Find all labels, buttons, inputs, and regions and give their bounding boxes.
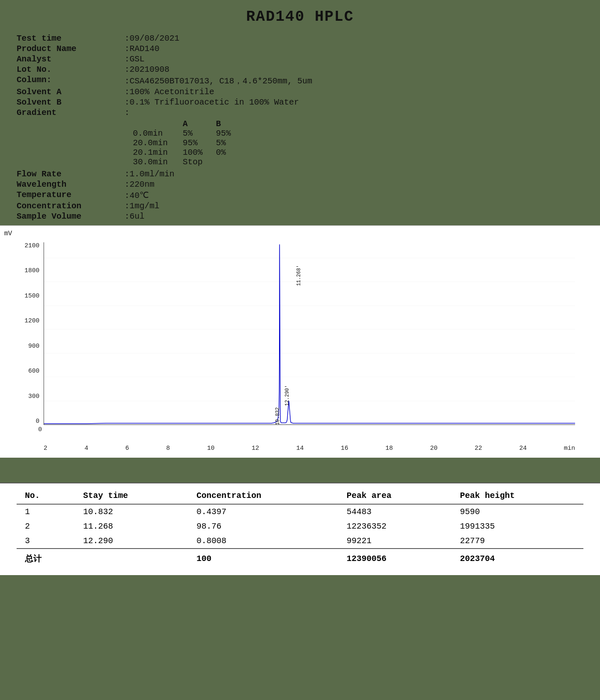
x-label-22: 22 bbox=[475, 445, 482, 452]
x-label-20: 20 bbox=[430, 445, 438, 452]
result-total-row: 总计 100 12390056 2023704 bbox=[17, 549, 583, 567]
temperature-label: Temperature bbox=[17, 190, 125, 200]
analyst-row: Analyst :GSL bbox=[17, 54, 583, 64]
gradient-table: A B 0.0min 5% 95% 20.0min 95% 5% 20.1m bbox=[133, 119, 583, 167]
x-unit-label: min bbox=[564, 445, 575, 452]
y-label-300: 300 bbox=[21, 393, 39, 400]
col-header-concentration: Concentration bbox=[188, 488, 338, 504]
flow-rate-row: Flow Rate :1.0ml/min bbox=[17, 169, 583, 179]
analyst-value: :GSL bbox=[125, 54, 144, 64]
sample-volume-label: Sample Volume bbox=[17, 212, 125, 221]
column-row: Column: :CSA46250BT017013, C18，4.6*250mm… bbox=[17, 75, 583, 86]
total-peak-area: 12390056 bbox=[338, 549, 452, 567]
gradient-time-0: 0.0min bbox=[133, 129, 183, 138]
result-peak-height-3: 22779 bbox=[452, 534, 583, 549]
wavelength-row: Wavelength :220nm bbox=[17, 180, 583, 189]
results-header-row: No. Stay time Concentration Peak area Pe… bbox=[17, 488, 583, 504]
gradient-row-3: 30.0min Stop bbox=[133, 157, 249, 167]
test-time-value: :09/08/2021 bbox=[125, 34, 179, 43]
result-concentration-2: 98.76 bbox=[188, 519, 338, 534]
x-label-2: 2 bbox=[44, 445, 47, 452]
gradient-time-2: 20.1min bbox=[133, 148, 183, 157]
result-no-1: 1 bbox=[17, 504, 75, 519]
chart-zero-label: 0 bbox=[38, 426, 42, 433]
gradient-stop-3: Stop bbox=[183, 157, 249, 167]
y-label-1500: 1500 bbox=[21, 293, 39, 300]
result-peak-height-1: 9590 bbox=[452, 504, 583, 519]
gradient-b-2: 0% bbox=[216, 148, 249, 157]
y-axis-labels: 0 300 600 900 1200 1500 1800 2100 bbox=[21, 242, 39, 425]
solvent-b-value: :0.1% Trifluoroacetic in 100% Water bbox=[125, 98, 299, 107]
result-stay-time-1: 10.832 bbox=[75, 504, 188, 519]
gradient-b-1: 5% bbox=[216, 138, 249, 148]
lot-no-label: Lot No. bbox=[17, 65, 125, 74]
flow-rate-label: Flow Rate bbox=[17, 169, 125, 179]
chromatogram-line bbox=[44, 244, 575, 424]
peak-label-10832: 10.832 bbox=[275, 407, 281, 424]
result-peak-area-2: 12236352 bbox=[338, 519, 452, 534]
x-label-8: 8 bbox=[166, 445, 170, 452]
analyst-label: Analyst bbox=[17, 54, 125, 64]
lot-no-row: Lot No. :20210908 bbox=[17, 65, 583, 74]
y-label-600: 600 bbox=[21, 368, 39, 375]
product-name-label: Product Name bbox=[17, 44, 125, 54]
solvent-a-row: Solvent A :100% Acetonitrile bbox=[17, 87, 583, 97]
solvent-a-value: :100% Acetonitrile bbox=[125, 87, 214, 97]
x-label-24: 24 bbox=[519, 445, 527, 452]
test-time-row: Test time :09/08/2021 bbox=[17, 34, 583, 43]
chart-section: mV 0 300 600 900 1200 1500 1800 2100 bbox=[0, 225, 600, 458]
info-grid: Test time :09/08/2021 Product Name :RAD1… bbox=[17, 34, 583, 221]
y-label-2100: 2100 bbox=[21, 242, 39, 249]
result-row-2: 2 11.268 98.76 12236352 1991335 bbox=[17, 519, 583, 534]
wavelength-label: Wavelength bbox=[17, 180, 125, 189]
chart-y-unit: mV bbox=[4, 230, 12, 237]
temperature-value: :40℃ bbox=[125, 190, 149, 200]
y-label-0: 0 bbox=[21, 418, 39, 425]
y-label-1200: 1200 bbox=[21, 317, 39, 324]
col-header-no: No. bbox=[17, 488, 75, 504]
x-label-10: 10 bbox=[207, 445, 215, 452]
result-no-2: 2 bbox=[17, 519, 75, 534]
result-peak-height-2: 1991335 bbox=[452, 519, 583, 534]
gradient-col-a: A bbox=[183, 119, 216, 129]
col-header-peak-area: Peak area bbox=[338, 488, 452, 504]
flow-rate-value: :1.0ml/min bbox=[125, 169, 174, 179]
gradient-a-0: 5% bbox=[183, 129, 216, 138]
hplc-chart-svg: 10.832 11.268' 12.290' bbox=[44, 242, 575, 424]
product-name-value: :RAD140 bbox=[125, 44, 159, 54]
col-header-peak-height: Peak height bbox=[452, 488, 583, 504]
peak-label-11268: 11.268' bbox=[296, 265, 302, 286]
result-row-1: 1 10.832 0.4397 54483 9590 bbox=[17, 504, 583, 519]
solvent-b-label: Solvent B bbox=[17, 98, 125, 107]
column-label: Column: bbox=[17, 75, 125, 85]
concentration-value: :1mg/ml bbox=[125, 201, 159, 211]
temperature-row: Temperature :40℃ bbox=[17, 190, 583, 200]
gradient-time-1: 20.0min bbox=[133, 138, 183, 148]
concentration-row: Concentration :1mg/ml bbox=[17, 201, 583, 211]
y-label-900: 900 bbox=[21, 343, 39, 350]
gradient-row-1: 20.0min 95% 5% bbox=[133, 138, 249, 148]
column-value: :CSA46250BT017013, C18，4.6*250mm, 5um bbox=[125, 75, 312, 86]
x-axis-labels: 2 4 6 8 10 12 14 16 18 20 22 24 min bbox=[44, 445, 575, 452]
gradient-row-2: 20.1min 100% 0% bbox=[133, 148, 249, 157]
chart-area: 0 300 600 900 1200 1500 1800 2100 bbox=[21, 242, 585, 441]
x-label-12: 12 bbox=[252, 445, 259, 452]
results-section: No. Stay time Concentration Peak area Pe… bbox=[0, 483, 600, 575]
result-concentration-1: 0.4397 bbox=[188, 504, 338, 519]
gradient-a-2: 100% bbox=[183, 148, 216, 157]
gradient-a-1: 95% bbox=[183, 138, 216, 148]
x-label-18: 18 bbox=[385, 445, 393, 452]
product-name-row: Product Name :RAD140 bbox=[17, 44, 583, 54]
chart-plot: 10.832 11.268' 12.290' bbox=[44, 242, 575, 425]
col-header-stay-time: Stay time bbox=[75, 488, 188, 504]
gradient-row-0: 0.0min 5% 95% bbox=[133, 129, 249, 138]
result-stay-time-2: 11.268 bbox=[75, 519, 188, 534]
gradient-label: Gradient bbox=[17, 108, 125, 117]
sample-volume-value: :6ul bbox=[125, 212, 144, 221]
result-no-3: 3 bbox=[17, 534, 75, 549]
x-label-14: 14 bbox=[296, 445, 304, 452]
solvent-b-row: Solvent B :0.1% Trifluoroacetic in 100% … bbox=[17, 98, 583, 107]
header-section: RAD140 HPLC Test time :09/08/2021 Produc… bbox=[0, 0, 600, 225]
x-label-4: 4 bbox=[84, 445, 88, 452]
results-table: No. Stay time Concentration Peak area Pe… bbox=[17, 488, 583, 567]
